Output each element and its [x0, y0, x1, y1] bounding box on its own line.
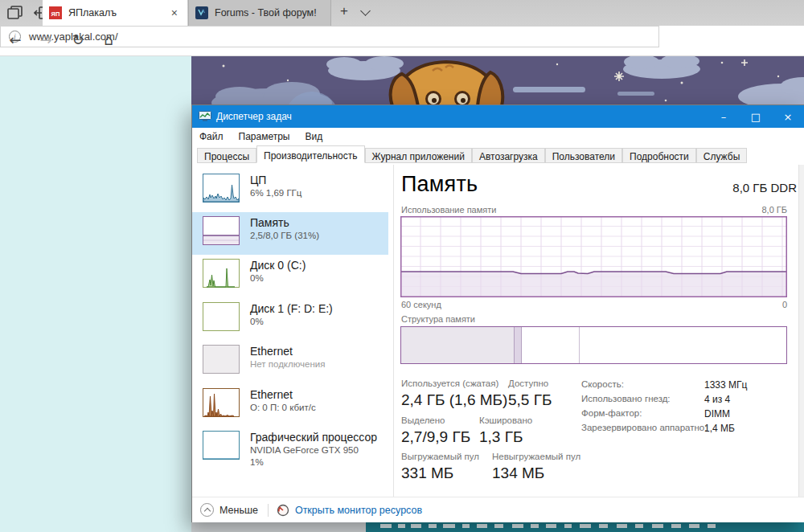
tab-startup[interactable]: Автозагрузка — [472, 148, 545, 163]
stats-row-1: Используется (сжатая) 2,4 ГБ (1,6 МБ) До… — [401, 378, 552, 411]
sidebar-item-gpu[interactable]: Графический процессор NVIDIA GeForce GTX… — [192, 427, 388, 480]
browser-tab-active[interactable]: ЯП ЯПлакалъ × — [43, 0, 187, 26]
minimize-button[interactable]: – — [708, 105, 740, 128]
task-manager-window: Диспетчер задач – □ × Файл Параметры Вид… — [191, 104, 804, 522]
cpu-thumbnail-graph — [203, 174, 240, 203]
sidebar-item-title: Ethernet — [250, 345, 326, 358]
sidebar-item-ethernet-disconnected[interactable]: Ethernet Нет подключения — [192, 341, 388, 383]
disk1-thumbnail-graph — [203, 302, 240, 331]
detail-formfactor-value: DIMM — [704, 408, 730, 419]
tab-label: Forums - Твой форум! — [215, 7, 317, 18]
tab-label: ЯПлакалъ — [68, 7, 117, 18]
fewer-details-icon[interactable] — [200, 503, 214, 517]
tab-performance[interactable]: Производительность — [256, 145, 364, 163]
composition-modified-segment — [515, 327, 522, 363]
sidebar-item-title: Диск 0 (C:) — [250, 259, 306, 272]
detail-speed-label: Скорость: — [581, 379, 704, 391]
panel-title: Память — [401, 172, 478, 197]
memory-thumbnail-graph — [203, 216, 240, 245]
refresh-button[interactable]: ↻ — [68, 31, 88, 48]
forward-button[interactable]: → — [35, 31, 56, 48]
webpage-bottom-teal-banner — [366, 522, 804, 532]
disk0-thumbnail-graph — [203, 259, 240, 288]
tm-window-title: Диспетчер задач — [216, 111, 292, 122]
footer-divider — [268, 504, 269, 517]
resource-monitor-icon — [277, 504, 289, 517]
ethernet1-thumbnail-graph — [203, 345, 240, 374]
sidebar-item-cpu[interactable]: ЦП 6% 1,69 ГГц — [192, 170, 388, 212]
tm-performance-sidebar: ЦП 6% 1,69 ГГц Память 2,5/8,0 ГБ (31%) — [192, 165, 392, 497]
sidebar-item-sub: Нет подключения — [250, 358, 326, 370]
svg-text:ЯП: ЯП — [51, 10, 60, 18]
sidebar-item-sub: О: 0 П: 0 кбит/с — [250, 402, 316, 414]
stats-row-3: Выгружаемый пул 331 МБ Невыгружаемый пул… — [401, 451, 580, 484]
menu-file[interactable]: Файл — [199, 131, 224, 142]
memory-usage-graph — [400, 216, 787, 297]
usage-scale-max: 8,0 ГБ — [400, 205, 787, 215]
home-button[interactable]: ⌂ — [98, 31, 119, 48]
browser-nav-row: ← → ↻ ⌂ i www.yaplakal.com/ — [0, 26, 804, 56]
sidebar-item-memory[interactable]: Память 2,5/8,0 ГБ (31%) — [192, 212, 388, 255]
sidebar-item-title: Графический процессор — [250, 431, 377, 444]
close-button[interactable]: × — [772, 105, 804, 128]
sidebar-item-disk0[interactable]: Диск 0 (C:) 0% — [192, 255, 388, 297]
tm-footer-bar: Меньше Открыть монитор ресурсов — [192, 497, 804, 522]
composition-standby-divider — [579, 327, 580, 363]
maximize-button[interactable]: □ — [740, 105, 772, 128]
sidebar-item-title: ЦП — [250, 174, 302, 187]
tab-preview-icon[interactable] — [6, 5, 24, 21]
sidebar-item-title: Память — [250, 216, 319, 230]
stat-in-use-value: 2,4 ГБ (1,6 МБ) — [401, 390, 508, 411]
stat-cached-label: Кэшировано — [479, 415, 532, 427]
tab-close-icon[interactable]: × — [168, 6, 181, 19]
tab-list-chevron-icon[interactable] — [360, 6, 371, 16]
tab-users[interactable]: Пользователи — [545, 148, 622, 163]
stat-nonpaged-value: 134 МБ — [492, 463, 580, 484]
sidebar-item-sub: 0% — [250, 316, 333, 328]
menu-options[interactable]: Параметры — [239, 131, 290, 142]
memory-panel: Память 8,0 ГБ DDR Использование памяти 8… — [400, 165, 798, 497]
composition-label: Структура памяти — [401, 314, 475, 324]
browser-tab-inactive[interactable]: Forums - Твой форум! — [188, 0, 331, 26]
ethernet2-thumbnail-graph — [203, 388, 240, 417]
fewer-details-button[interactable]: Меньше — [219, 505, 258, 516]
sidebar-item-sub: 6% 1,69 ГГц — [250, 187, 302, 199]
time-axis-zero: 0 — [400, 300, 787, 309]
gpu-thumbnail-graph — [203, 431, 240, 460]
detail-reserved-value: 1,4 МБ — [704, 423, 735, 434]
open-resource-monitor-link[interactable]: Открыть монитор ресурсов — [295, 505, 422, 516]
sidebar-separator — [393, 165, 394, 497]
clipped-scrollbar[interactable] — [798, 165, 804, 497]
memory-composition-bar — [400, 326, 787, 364]
back-button[interactable]: ← — [5, 31, 26, 48]
detail-slots-label: Использовано гнезд: — [581, 394, 704, 405]
tab-services[interactable]: Службы — [696, 148, 747, 163]
stat-paged-label: Выгружаемый пул — [401, 451, 492, 463]
menu-view[interactable]: Вид — [305, 131, 322, 142]
sidebar-item-sub: 2,5/8,0 ГБ (31%) — [250, 230, 319, 242]
new-tab-button[interactable]: + — [334, 3, 354, 19]
detail-slots-value: 4 из 4 — [704, 394, 730, 405]
detail-reserved-label: Зарезервировано аппаратно: — [581, 423, 704, 434]
tm-tab-strip: Процессы Производительность Журнал прило… — [192, 145, 804, 163]
yaplakal-favicon: ЯП — [49, 6, 62, 19]
stat-committed-label: Выделено — [401, 415, 479, 427]
tm-title-bar[interactable]: Диспетчер задач – □ × — [192, 105, 804, 128]
sidebar-item-ethernet[interactable]: Ethernet О: 0 П: 0 кбит/с — [192, 384, 388, 427]
sidebar-item-title: Диск 1 (F: D: E:) — [250, 302, 333, 316]
sidebar-item-title: Ethernet — [250, 388, 316, 402]
stat-cached-value: 1,3 ГБ — [479, 427, 532, 448]
tab-details[interactable]: Подробности — [622, 148, 696, 163]
sidebar-item-sub: 0% — [250, 272, 306, 284]
sidebar-item-disk1[interactable]: Диск 1 (F: D: E:) 0% — [192, 298, 388, 341]
stat-available-value: 5,5 ГБ — [508, 390, 552, 411]
webpage-left-background — [0, 56, 191, 532]
composition-in-use-segment — [401, 327, 515, 363]
task-manager-app-icon — [199, 111, 211, 122]
tab-app-history[interactable]: Журнал приложений — [365, 148, 472, 163]
banner-night-sky-art — [191, 56, 804, 106]
forums-favicon — [195, 6, 208, 19]
tab-processes[interactable]: Процессы — [197, 148, 256, 163]
detail-speed-value: 1333 МГц — [704, 379, 747, 391]
memory-hardware-details: Скорость:1333 МГц Использовано гнезд:4 и… — [581, 379, 747, 437]
